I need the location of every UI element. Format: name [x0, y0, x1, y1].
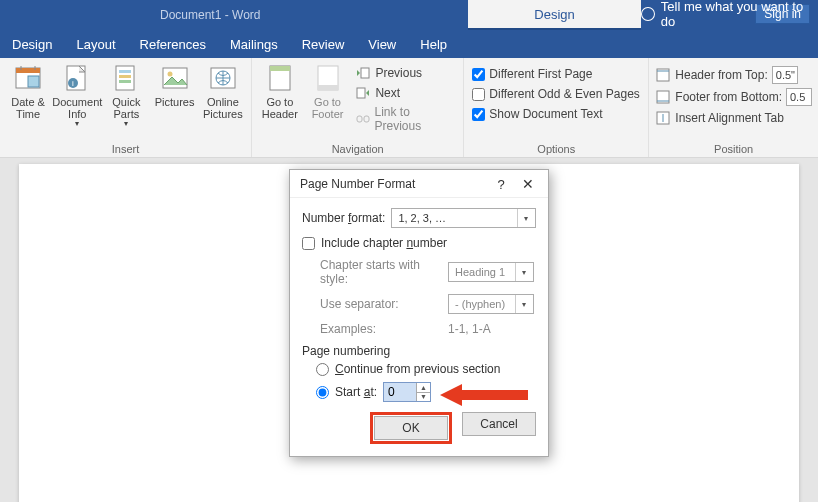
pictures-button[interactable]: Pictures — [153, 62, 197, 128]
chapter-style-label: Chapter starts with style: — [320, 258, 442, 286]
svg-point-13 — [167, 72, 172, 77]
online-pictures-icon — [209, 64, 237, 92]
start-at-spinner[interactable]: ▲▼ — [383, 382, 431, 402]
tell-me-search[interactable]: Tell me what you want to do — [641, 0, 818, 28]
different-first-page-checkbox[interactable]: Different First Page — [470, 66, 642, 82]
ok-button-highlight: OK — [370, 412, 452, 444]
alignment-tab-icon — [655, 110, 671, 126]
tab-mailings[interactable]: Mailings — [218, 30, 290, 58]
spin-down-icon[interactable]: ▼ — [416, 393, 430, 402]
quick-parts-button[interactable]: Quick Parts▾ — [104, 62, 148, 128]
group-insert: Date & Time i Document Info▾ Quick Parts… — [0, 58, 252, 157]
goto-header-icon — [266, 64, 294, 92]
next-button[interactable]: Next — [353, 84, 457, 102]
chevron-down-icon: ▾ — [517, 209, 533, 227]
continue-previous-radio[interactable]: Continue from previous section — [302, 362, 536, 376]
insert-alignment-tab-button[interactable]: Insert Alignment Tab — [655, 110, 812, 126]
lightbulb-icon — [641, 7, 655, 21]
tab-design-context[interactable]: Design — [468, 0, 641, 28]
examples-value: 1-1, 1-A — [448, 322, 491, 336]
document-info-button[interactable]: i Document Info▾ — [54, 62, 100, 128]
svg-rect-10 — [119, 75, 131, 78]
dropdown-icon: ▾ — [124, 120, 128, 128]
dialog-title: Page Number Format — [300, 177, 415, 191]
ok-button[interactable]: OK — [374, 416, 448, 440]
group-options: Different First Page Different Odd & Eve… — [464, 58, 649, 157]
svg-rect-19 — [318, 85, 338, 90]
include-chapter-number-checkbox[interactable]: Include chapter number — [302, 236, 536, 250]
examples-label: Examples: — [320, 322, 442, 336]
svg-rect-1 — [16, 68, 40, 73]
page-numbering-section-label: Page numbering — [302, 344, 536, 358]
group-navigation: Go to Header Go to Footer Previous Next … — [252, 58, 464, 157]
link-previous-button: Link to Previous — [353, 104, 457, 134]
group-label-insert: Insert — [6, 141, 245, 155]
svg-rect-11 — [119, 80, 131, 83]
dialog-titlebar: Page Number Format ? ✕ — [290, 170, 548, 198]
previous-icon — [355, 65, 371, 81]
svg-marker-30 — [440, 384, 528, 406]
online-pictures-button[interactable]: Online Pictures — [201, 62, 245, 128]
footer-from-bottom-input[interactable]: 0.5 — [786, 88, 812, 106]
svg-rect-20 — [361, 68, 369, 78]
previous-button[interactable]: Previous — [353, 64, 457, 82]
different-odd-even-checkbox[interactable]: Different Odd & Even Pages — [470, 86, 642, 102]
ribbon-tabs: Design Layout References Mailings Review… — [0, 30, 818, 58]
group-label-navigation: Navigation — [258, 141, 457, 155]
separator-label: Use separator: — [320, 297, 442, 311]
tab-design[interactable]: Design — [0, 30, 64, 58]
header-top-icon — [655, 67, 671, 83]
dialog-close-button[interactable]: ✕ — [516, 176, 540, 192]
tab-review[interactable]: Review — [290, 30, 357, 58]
tab-references[interactable]: References — [128, 30, 218, 58]
start-at-input[interactable] — [384, 383, 416, 401]
header-from-top-input[interactable]: 0.5" — [772, 66, 798, 84]
cancel-button[interactable]: Cancel — [462, 412, 536, 436]
header-from-top-label: Header from Top: — [675, 68, 768, 82]
annotation-arrow-icon — [440, 380, 530, 410]
number-format-combo[interactable]: 1, 2, 3, …▾ — [391, 208, 536, 228]
tab-layout[interactable]: Layout — [64, 30, 127, 58]
next-icon — [355, 85, 371, 101]
svg-rect-21 — [357, 88, 365, 98]
svg-rect-9 — [119, 70, 131, 73]
start-at-radio[interactable]: Start at: — [316, 385, 377, 399]
number-format-label: Number format: — [302, 211, 385, 225]
footer-bottom-icon — [655, 89, 671, 105]
pictures-icon — [161, 64, 189, 92]
spin-up-icon[interactable]: ▲ — [416, 383, 430, 393]
goto-footer-icon — [314, 64, 342, 92]
svg-rect-17 — [270, 66, 290, 71]
document-title: Document1 - Word — [160, 8, 260, 22]
footer-from-bottom-label: Footer from Bottom: — [675, 90, 782, 104]
dropdown-icon: ▾ — [75, 120, 79, 128]
group-label-position: Position — [655, 141, 812, 155]
goto-footer-button: Go to Footer — [306, 62, 350, 134]
svg-rect-22 — [357, 116, 362, 122]
group-position: Header from Top:0.5" Footer from Bottom:… — [649, 58, 818, 157]
link-icon — [355, 111, 370, 127]
show-document-text-checkbox[interactable]: Show Document Text — [470, 106, 642, 122]
dialog-help-button[interactable]: ? — [489, 177, 512, 192]
calendar-icon — [14, 64, 42, 92]
document-info-icon: i — [63, 64, 91, 92]
separator-combo: - (hyphen)▾ — [448, 294, 534, 314]
svg-text:i: i — [72, 79, 74, 88]
svg-rect-4 — [28, 76, 39, 87]
group-label-options: Options — [470, 141, 642, 155]
chapter-style-combo: Heading 1▾ — [448, 262, 534, 282]
quick-parts-icon — [112, 64, 140, 92]
date-time-button[interactable]: Date & Time — [6, 62, 50, 128]
tab-view[interactable]: View — [356, 30, 408, 58]
tell-me-label: Tell me what you want to do — [661, 0, 818, 29]
chevron-down-icon: ▾ — [515, 295, 531, 313]
svg-rect-23 — [364, 116, 369, 122]
ribbon: Date & Time i Document Info▾ Quick Parts… — [0, 58, 818, 158]
goto-header-button[interactable]: Go to Header — [258, 62, 302, 134]
tab-help[interactable]: Help — [408, 30, 459, 58]
chevron-down-icon: ▾ — [515, 263, 531, 281]
page-number-format-dialog: Page Number Format ? ✕ Number format: 1,… — [289, 169, 549, 457]
